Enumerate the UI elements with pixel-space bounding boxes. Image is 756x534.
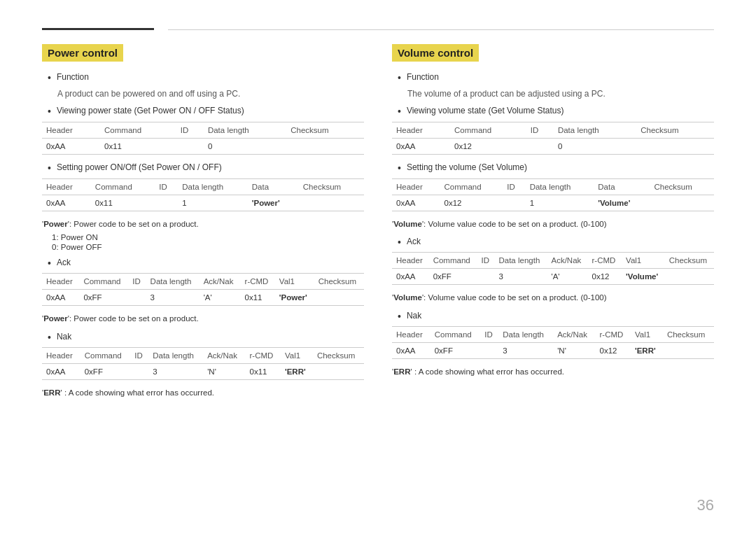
power-t4-h2: Command xyxy=(80,348,131,364)
header-bar-right xyxy=(168,29,714,30)
power-note2: 'Power': Power code to be set on a produ… xyxy=(42,313,364,325)
cell xyxy=(636,138,714,154)
cell: 3 xyxy=(494,269,547,285)
power-setting-bullet: • Setting power ON/Off (Set Power ON / O… xyxy=(48,162,364,176)
power-t1-h1: Header xyxy=(42,122,100,138)
cell: 0x11 xyxy=(91,195,155,211)
bullet-dot-2: • xyxy=(48,105,51,119)
cell: 0x11 xyxy=(241,290,275,306)
power-t4-row1: 0xAA 0xFF 3 'N' 0x11 'ERR' xyxy=(42,364,364,380)
vol-bullet-dot-2: • xyxy=(398,105,401,119)
vol-t2-h2: Command xyxy=(440,178,503,195)
cell: 0xAA xyxy=(42,290,79,306)
power-t1-h4: Data length xyxy=(204,122,286,138)
power-table3-wrap: Header Command ID Data length Ack/Nak r-… xyxy=(42,273,364,306)
power-function-desc: A product can be powered on and off usin… xyxy=(57,88,364,100)
cell: 'A' xyxy=(547,269,587,285)
cell xyxy=(299,195,364,211)
power-t2-row1: 0xAA 0x11 1 'Power' xyxy=(42,195,364,211)
volume-function-bullet: • Function xyxy=(398,71,714,85)
cell: 0xFF xyxy=(429,269,477,285)
volume-nak-label: Nak xyxy=(407,310,421,322)
cell: 0xAA xyxy=(42,138,100,154)
power-table3: Header Command ID Data length Ack/Nak r-… xyxy=(42,273,364,306)
volume-ack-val: 'Volume' xyxy=(626,272,658,281)
vol-t3-h8: Checksum xyxy=(665,253,714,269)
volume-table1-wrap: Header Command ID Data length Checksum 0… xyxy=(392,122,714,155)
vol-t3-h2: Command xyxy=(429,253,477,269)
power-t3-h3: ID xyxy=(128,274,146,290)
power-t2-h4: Data length xyxy=(178,178,248,195)
power-bold2: Power xyxy=(43,314,68,323)
volume-setting-bullet: • Setting the volume (Set Volume) xyxy=(398,162,714,176)
cell: 0xAA xyxy=(392,343,430,359)
bullet-dot-5: • xyxy=(48,331,51,345)
volume-control-column: Volume control • Function The volume of … xyxy=(392,44,714,402)
power-control-column: Power control • Function A product can b… xyxy=(42,44,364,402)
power-t3-row1: 0xAA 0xFF 3 'A' 0x11 'Power' xyxy=(42,290,364,306)
vol-t3-h1: Header xyxy=(392,253,429,269)
cell: 0xFF xyxy=(430,343,481,359)
volume-function-label: Function xyxy=(407,71,439,83)
power-t1-row1: 0xAA 0x11 0 xyxy=(42,138,364,154)
volume-bold1: Volume xyxy=(393,220,422,228)
power-control-title: Power control xyxy=(42,44,123,62)
power-t2-h5: Data xyxy=(248,178,299,195)
page-layout: Power control • Function A product can b… xyxy=(42,44,714,402)
power-nak-val: 'ERR' xyxy=(285,367,306,376)
volume-bold2: Volume xyxy=(393,293,422,302)
vol-t2-h4: Data length xyxy=(526,178,594,195)
cell: 'ERR' xyxy=(631,343,663,359)
cell: 'Volume' xyxy=(622,269,665,285)
vol-t1-row1: 0xAA 0x12 0 xyxy=(392,138,714,154)
volume-table2-wrap: Header Command ID Data length Data Check… xyxy=(392,178,714,211)
power-function-label: Function xyxy=(57,71,89,83)
power-t2-h2: Command xyxy=(91,178,155,195)
power-t3-h5: Ack/Nak xyxy=(200,274,241,290)
power-t3-h4: Data length xyxy=(146,274,200,290)
vol-t4-h7: Val1 xyxy=(631,327,663,343)
vol-t2-h6: Checksum xyxy=(650,178,714,195)
cell xyxy=(663,343,714,359)
cell: 'Volume' xyxy=(594,195,650,211)
vol-t1-h5: Checksum xyxy=(636,122,714,138)
cell: 'N' xyxy=(203,364,245,380)
volume-ack-label: Ack xyxy=(407,236,421,248)
cell xyxy=(650,195,714,211)
cell: 1 xyxy=(178,195,248,211)
cell: 'Power' xyxy=(275,290,314,306)
power-function-bullet: • Function xyxy=(48,71,364,85)
power-t2-h3: ID xyxy=(155,178,178,195)
cell: 0xAA xyxy=(42,195,91,211)
power-val: 'Power' xyxy=(252,199,280,207)
power-note1: 'Power': Power code to be set on a produ… xyxy=(42,218,364,230)
cell: 0xAA xyxy=(392,269,429,285)
cell xyxy=(130,364,148,380)
cell: 0x12 xyxy=(450,138,526,154)
cell xyxy=(128,290,146,306)
cell: 3 xyxy=(146,290,200,306)
power-t2-h6: Checksum xyxy=(299,178,364,195)
vol-bullet-dot-4: • xyxy=(398,236,401,250)
power-t4-h4: Data length xyxy=(148,348,203,364)
volume-viewing-label: Viewing volume state (Get Volume Status) xyxy=(407,105,564,117)
volume-ack-bullet: • Ack xyxy=(398,236,714,250)
volume-table4: Header Command ID Data length Ack/Nak r-… xyxy=(392,326,714,359)
bullet-dot: • xyxy=(48,71,51,85)
cell xyxy=(314,290,364,306)
vol-t3-h6: r-CMD xyxy=(588,253,622,269)
power-table4-wrap: Header Command ID Data length Ack/Nak r-… xyxy=(42,347,364,380)
vol-t3-row1: 0xAA 0xFF 3 'A' 0x12 'Volume' xyxy=(392,269,714,285)
vol-t4-h6: r-CMD xyxy=(595,327,630,343)
power-list-on: 1: Power ON xyxy=(52,233,364,241)
page-number: 36 xyxy=(697,496,714,514)
power-t1-h2: Command xyxy=(100,122,176,138)
vol-t4-row1: 0xAA 0xFF 3 'N' 0x12 'ERR' xyxy=(392,343,714,359)
power-t1-h3: ID xyxy=(176,122,204,138)
cell: 0xAA xyxy=(392,195,440,211)
cell: 0 xyxy=(554,138,636,154)
header-bar-left xyxy=(42,28,154,30)
power-t4-h3: ID xyxy=(130,348,148,364)
vol-t1-h1: Header xyxy=(392,122,450,138)
power-t4-h7: Val1 xyxy=(281,348,313,364)
